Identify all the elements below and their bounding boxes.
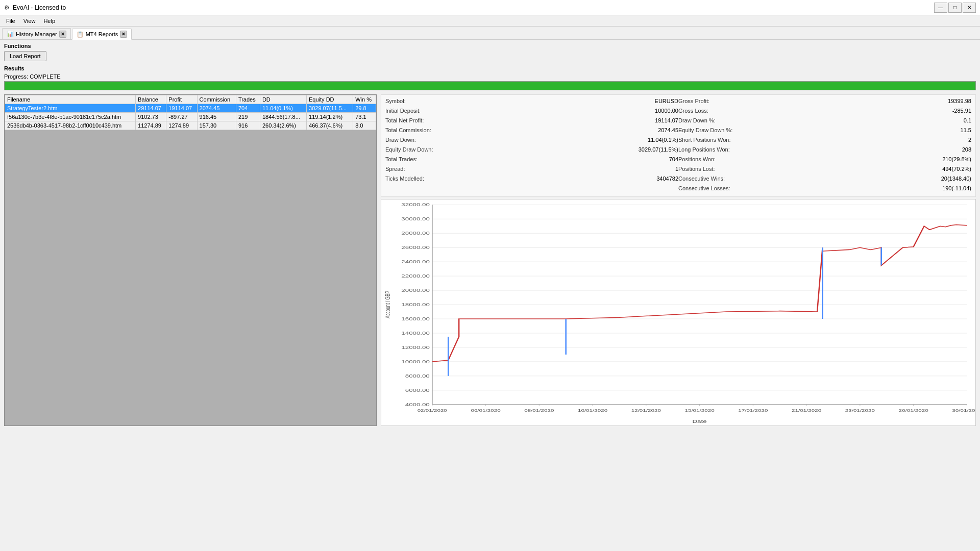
- stat-label: Draw Down:: [385, 137, 416, 145]
- svg-text:08/01/2020: 08/01/2020: [524, 409, 554, 413]
- chart-area: 32000.0030000.0028000.0026000.0024000.00…: [381, 199, 976, 426]
- stat-label: Symbol:: [385, 98, 406, 106]
- stat-row: Symbol:EURUSD: [385, 98, 678, 106]
- stat-row: Draw Down:11.04(0.1%): [385, 137, 678, 145]
- svg-text:12/01/2020: 12/01/2020: [631, 409, 661, 413]
- svg-text:Date: Date: [693, 419, 707, 423]
- svg-text:22000.00: 22000.00: [401, 274, 429, 279]
- stat-value: 190(-11.04): [938, 185, 971, 193]
- functions-label: Functions: [4, 43, 976, 49]
- stat-value: 2074.45: [654, 127, 678, 135]
- stat-value: 20(1348.40): [937, 176, 971, 184]
- mt4-reports-tab-icon: 📋: [77, 31, 84, 38]
- svg-text:10/01/2020: 10/01/2020: [578, 409, 607, 413]
- menu-view[interactable]: View: [19, 17, 40, 25]
- results-section: Results Progress: COMPLETE: [4, 65, 976, 90]
- stat-label: Total Net Profit:: [385, 117, 424, 126]
- stat-row: Total Trades:704: [385, 156, 678, 164]
- stats-col-2: Gross Profit:19399.98Gross Loss:-285.91D…: [678, 98, 971, 193]
- stat-label: Ticks Modelled:: [385, 176, 424, 184]
- stat-label: Positions Won:: [678, 156, 716, 164]
- svg-text:30000.00: 30000.00: [401, 217, 429, 221]
- stat-label: Draw Down %:: [678, 117, 716, 126]
- col-trades: Trades: [236, 95, 260, 104]
- stat-label: Gross Loss:: [678, 108, 708, 116]
- col-dd: DD: [260, 95, 306, 104]
- stat-label: Spread:: [385, 166, 405, 174]
- title-bar: ⚙ EvoAI - Licensed to — □ ✕: [0, 0, 980, 15]
- progress-label: Progress: COMPLETE: [4, 73, 976, 80]
- stat-label: Total Trades:: [385, 156, 418, 164]
- stat-row: Positions Lost:494(70.2%): [678, 166, 971, 174]
- mt4-reports-tab-close[interactable]: ✕: [120, 31, 127, 38]
- svg-text:16000.00: 16000.00: [401, 317, 429, 321]
- col-profit: Profit: [166, 95, 197, 104]
- stat-row: Ticks Modelled:3404782: [385, 176, 678, 184]
- stat-value: 10000.00: [651, 108, 678, 116]
- svg-text:17/01/2020: 17/01/2020: [738, 409, 768, 413]
- stat-value: 210(29.8%): [938, 156, 971, 164]
- app-title: EvoAI - Licensed to: [13, 4, 66, 11]
- table-row[interactable]: 2536db4b-0363-4517-98b2-1cff0010c439.htm…: [5, 121, 376, 130]
- close-button[interactable]: ✕: [963, 3, 976, 13]
- chart-svg: 32000.0030000.0028000.0026000.0024000.00…: [381, 199, 975, 425]
- stat-row: Positions Won:210(29.8%): [678, 156, 971, 164]
- table-row[interactable]: f56a130c-7b3e-4f8e-b1ac-90181c175c2a.htm…: [5, 113, 376, 121]
- stats-section: Symbol:EURUSDInitial Deposit:10000.00Tot…: [381, 94, 976, 197]
- stat-label: Gross Profit:: [678, 98, 709, 106]
- menu-help[interactable]: Help: [39, 17, 59, 25]
- svg-text:12000.00: 12000.00: [401, 345, 429, 350]
- minimize-button[interactable]: —: [934, 3, 947, 13]
- load-report-button[interactable]: Load Report: [4, 51, 46, 61]
- progress-bar-fill: [5, 82, 975, 90]
- svg-text:10000.00: 10000.00: [401, 360, 429, 364]
- svg-text:02/01/2020: 02/01/2020: [418, 409, 447, 413]
- stat-value: 3029.07(11.5%): [634, 146, 678, 155]
- stat-row: Equity Draw Down:3029.07(11.5%): [385, 146, 678, 155]
- svg-text:18000.00: 18000.00: [401, 303, 429, 307]
- history-manager-tab-icon: 📊: [7, 31, 14, 37]
- stat-value: 19399.98: [944, 98, 971, 106]
- stat-row: Consecutive Wins:20(1348.40): [678, 176, 971, 184]
- functions-bar: Load Report: [4, 51, 976, 61]
- history-manager-tab-close[interactable]: ✕: [59, 31, 66, 38]
- stat-label: Equity Draw Down:: [385, 146, 433, 155]
- left-panel: Filename Balance Profit Commission Trade…: [4, 94, 377, 426]
- col-win-pct: Win %: [353, 95, 376, 104]
- stat-row: Total Commission:2074.45: [385, 127, 678, 135]
- stat-value: EURUSD: [651, 98, 678, 106]
- stat-label: Positions Lost:: [678, 166, 715, 174]
- svg-text:15/01/2020: 15/01/2020: [684, 409, 714, 413]
- stat-label: Consecutive Wins:: [678, 176, 725, 184]
- tab-mt4-reports[interactable]: 📋 MT4 Reports ✕: [72, 29, 132, 40]
- stat-row: Short Positions Won:2: [678, 137, 971, 145]
- svg-text:28000.00: 28000.00: [401, 231, 429, 236]
- svg-text:32000.00: 32000.00: [401, 203, 429, 207]
- stat-label: Initial Deposit:: [385, 108, 421, 116]
- stat-label: Equity Draw Down %:: [678, 127, 732, 135]
- svg-text:8000.00: 8000.00: [405, 374, 430, 379]
- file-table: Filename Balance Profit Commission Trade…: [5, 95, 376, 130]
- stat-row: Draw Down %:0.1: [678, 117, 971, 126]
- stat-value: 1: [671, 166, 678, 174]
- stat-value: 3404782: [652, 176, 678, 184]
- stat-value: 11.5: [957, 127, 971, 135]
- tab-history-manager[interactable]: 📊 History Manager ✕: [2, 28, 71, 39]
- menu-bar: File View Help: [0, 15, 980, 27]
- svg-text:23/01/2020: 23/01/2020: [845, 409, 875, 413]
- col-commission: Commission: [197, 95, 236, 104]
- maximize-button[interactable]: □: [948, 3, 962, 13]
- stat-label: Long Positions Won:: [678, 146, 730, 155]
- table-row[interactable]: StrategyTester2.htm29114.0719114.072074.…: [5, 104, 376, 113]
- svg-text:24000.00: 24000.00: [401, 260, 429, 264]
- mt4-reports-tab-label: MT4 Reports: [86, 31, 118, 37]
- stat-row: Gross Profit:19399.98: [678, 98, 971, 106]
- stat-row: Initial Deposit:10000.00: [385, 108, 678, 116]
- svg-text:26000.00: 26000.00: [401, 245, 429, 250]
- menu-file[interactable]: File: [2, 17, 19, 25]
- stat-row: Equity Draw Down %:11.5: [678, 127, 971, 135]
- stat-value: 19114.07: [651, 117, 678, 126]
- stat-value: 494(70.2%): [938, 166, 971, 174]
- stat-row: Long Positions Won:208: [678, 146, 971, 155]
- right-panel: Symbol:EURUSDInitial Deposit:10000.00Tot…: [381, 94, 976, 426]
